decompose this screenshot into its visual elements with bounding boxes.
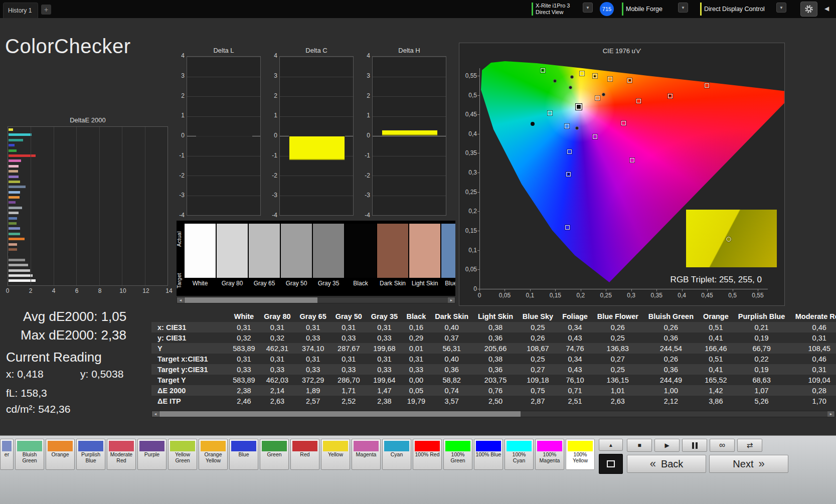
swatch-item[interactable]: Light Skin xyxy=(409,224,440,287)
scrollbar-thumb[interactable] xyxy=(185,297,317,303)
scroll-left-button[interactable]: ◄ xyxy=(177,297,184,303)
table-cell: 2,63 xyxy=(592,396,643,406)
swatch-item[interactable]: Blue Sky xyxy=(441,224,455,287)
deltae-bar xyxy=(9,144,15,146)
gridline xyxy=(280,176,353,176)
play-button[interactable]: ▶ xyxy=(654,439,680,452)
table-cell: 2,87 xyxy=(518,396,558,406)
column-header: Gray 80 xyxy=(259,311,295,322)
patch-swatch xyxy=(537,441,562,451)
scroll-left-button[interactable]: ◄ xyxy=(152,411,159,417)
delta-c-bar xyxy=(289,136,345,160)
patch-button-yellow-green[interactable]: Yellow Green xyxy=(168,439,197,470)
double-chevron-right-icon: » xyxy=(758,457,764,470)
swatch-item[interactable]: Gray 35 xyxy=(313,224,344,287)
meter-name: X-Rite i1Pro 3 Direct View xyxy=(536,3,570,16)
y-tick-label: 0,2 xyxy=(460,208,477,215)
y-tick xyxy=(477,231,480,231)
delta-c-chart: Delta C 43210-1-2-3-4 xyxy=(265,43,355,226)
stop-button[interactable]: ■ xyxy=(627,439,652,452)
patch-button-100-magenta[interactable]: 100% Magenta xyxy=(535,439,564,470)
patch-button-er[interactable]: er xyxy=(0,439,14,470)
table-cell: 0,41 xyxy=(699,332,733,343)
chevron-down-icon: ▼ xyxy=(779,6,783,10)
table-cell: 0,26 xyxy=(592,322,643,332)
gridline xyxy=(187,77,260,77)
y-tick-label: 1 xyxy=(173,112,185,119)
collapse-panel-button[interactable]: ◀ xyxy=(824,5,829,12)
patch-button-orange[interactable]: Orange xyxy=(46,439,75,470)
column-header: Blue Flower xyxy=(592,311,643,322)
swatch-item[interactable]: Gray 65 xyxy=(249,224,280,287)
patch-button-purplish-blue[interactable]: Purplish Blue xyxy=(76,439,105,470)
scroll-right-button[interactable]: ► xyxy=(827,411,834,417)
cie-point xyxy=(636,99,641,103)
table-cell: 1,70 xyxy=(790,396,836,406)
next-button[interactable]: Next » xyxy=(709,455,788,473)
patch-button-magenta[interactable]: Magenta xyxy=(352,439,381,470)
patch-button-bluish-green[interactable]: Bluish Green xyxy=(15,439,44,470)
swatch-label: White xyxy=(185,280,216,287)
add-tab-button[interactable]: + xyxy=(41,5,51,15)
table-cell: 76,10 xyxy=(558,375,592,385)
scroll-right-button[interactable]: ► xyxy=(448,297,455,303)
actual-label: Actual xyxy=(177,231,182,247)
display-window-button[interactable] xyxy=(599,454,623,474)
patch-swatch xyxy=(109,441,134,451)
patch-button-100-yellow[interactable]: 100% Yellow xyxy=(566,439,595,470)
deltae2000-bars xyxy=(9,128,168,285)
y-tick-label: 2 xyxy=(265,92,277,99)
settings-button[interactable] xyxy=(800,2,817,17)
patch-button-100-cyan[interactable]: 100% Cyan xyxy=(505,439,534,470)
row-label: Target y:CIE31 xyxy=(151,364,229,375)
table-cell: 0,36 xyxy=(473,332,518,343)
patch-button-yellow[interactable]: Yellow xyxy=(321,439,350,470)
patch-button-moderate-red[interactable]: Moderate Red xyxy=(107,439,136,470)
column-header: Orange xyxy=(699,311,733,322)
table-cell: 0,43 xyxy=(558,364,592,375)
table-cell: 462,03 xyxy=(259,375,295,385)
patch-button-blue[interactable]: Blue xyxy=(229,439,258,470)
current-reading-label: Current Reading xyxy=(6,350,102,365)
patch-button-purple[interactable]: Purple xyxy=(137,439,166,470)
back-button[interactable]: « Back xyxy=(627,455,706,473)
patch-button-red[interactable]: Red xyxy=(290,439,319,470)
table-scrollbar[interactable]: ◄ ► xyxy=(151,411,835,417)
patch-button-cyan[interactable]: Cyan xyxy=(382,439,411,470)
display-control-selector[interactable]: Direct Display Control xyxy=(700,2,774,17)
meter-dropdown-button[interactable]: ▼ xyxy=(583,3,593,13)
table-cell: 3,86 xyxy=(699,396,733,406)
x-tick xyxy=(758,289,758,291)
patch-button-100-blue[interactable]: 100% Blue xyxy=(474,439,503,470)
patch-list-up-button[interactable]: ▲ xyxy=(599,439,623,451)
y-tick-label: -4 xyxy=(358,212,370,219)
y-tick-label: 3 xyxy=(173,72,185,79)
swatch-item[interactable]: White xyxy=(185,224,216,287)
gridline xyxy=(168,127,168,285)
scrollbar-thumb[interactable] xyxy=(159,411,521,417)
swatch-label: Blue Sky xyxy=(441,280,455,287)
source-selector[interactable]: Mobile Forge xyxy=(622,2,676,17)
y-tick-label: 3 xyxy=(265,72,277,79)
table-cell: 0,31 xyxy=(259,354,295,364)
deltae-bar xyxy=(9,133,32,136)
patch-button-100-red[interactable]: 100% Red xyxy=(413,439,442,470)
swatch-scrollbar[interactable]: ◄ ► xyxy=(177,297,455,303)
reading-x: x: 0,418 xyxy=(6,368,44,380)
source-dropdown-button[interactable]: ▼ xyxy=(678,3,688,13)
deltae-bar xyxy=(9,201,16,204)
swatch-item[interactable]: Gray 80 xyxy=(217,224,248,287)
patch-button-100-green[interactable]: 100% Green xyxy=(443,439,472,470)
patch-button-green[interactable]: Green xyxy=(260,439,289,470)
table-cell: 0,31 xyxy=(331,354,367,364)
continuous-measure-button[interactable]: ∞ xyxy=(710,439,735,452)
swatch-item[interactable]: Dark Skin xyxy=(377,224,408,287)
swatch-item[interactable]: Black xyxy=(345,224,376,287)
history-tab[interactable]: History 1 xyxy=(3,3,38,18)
loop-button[interactable]: ⇄ xyxy=(737,439,762,452)
pause-button[interactable] xyxy=(682,439,707,452)
deltae-bar xyxy=(9,243,17,246)
patch-button-orange-yellow[interactable]: Orange Yellow xyxy=(199,439,228,470)
display-control-dropdown-button[interactable]: ▼ xyxy=(776,3,786,13)
swatch-item[interactable]: Gray 50 xyxy=(281,224,312,287)
